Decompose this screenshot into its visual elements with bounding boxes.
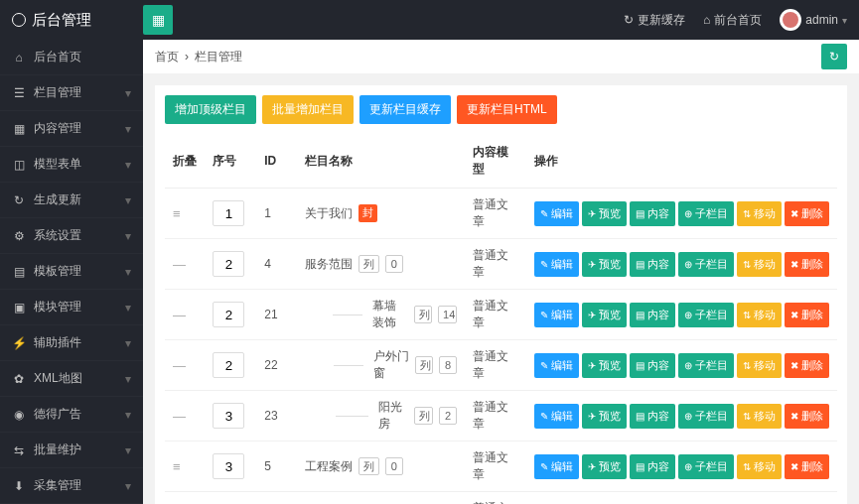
sidebar-item-10[interactable]: ◉德得广告▾ [0, 397, 143, 433]
preview-button[interactable]: ✈预览 [582, 201, 627, 226]
delete-button[interactable]: ✖删除 [785, 201, 829, 226]
sort-input[interactable] [213, 302, 244, 327]
update-html-button[interactable]: 更新栏目HTML [457, 95, 557, 124]
edit-icon: ✎ [540, 461, 548, 472]
edit-button[interactable]: ✎编辑 [534, 404, 579, 429]
sub-button[interactable]: ⊕子栏目 [678, 353, 734, 378]
category-name[interactable]: 户外门窗 [373, 348, 409, 382]
preview-icon: ✈ [588, 360, 596, 371]
fold-toggle[interactable]: — [173, 308, 186, 322]
content-button[interactable]: ▤内容 [630, 353, 675, 378]
category-name[interactable]: 关于我们 [305, 205, 353, 222]
delete-button[interactable]: ✖删除 [785, 252, 829, 277]
preview-button[interactable]: ✈预览 [582, 252, 627, 277]
add-batch-category-button[interactable]: 批量增加栏目 [262, 95, 354, 124]
content-button[interactable]: ▤内容 [630, 252, 675, 277]
block-icon: ▣ [12, 301, 26, 315]
chevron-down-icon: ▾ [125, 122, 131, 136]
breadcrumb-home[interactable]: 首页 [155, 49, 179, 65]
edit-button[interactable]: ✎编辑 [534, 252, 579, 277]
delete-button[interactable]: ✖删除 [785, 454, 829, 479]
sidebar-item-1[interactable]: ☰栏目管理▾ [0, 75, 143, 111]
logo: 后台管理 [12, 11, 143, 30]
tree-line [334, 365, 363, 366]
sub-button[interactable]: ⊕子栏目 [678, 201, 734, 226]
op-cell: ✎编辑✈预览▤内容⊕子栏目⇅移动✖删除 [534, 201, 829, 226]
refresh-button[interactable]: ↻ [821, 44, 847, 69]
sidebar-item-4[interactable]: ↻生成更新▾ [0, 183, 143, 218]
preview-button[interactable]: ✈预览 [582, 353, 627, 378]
move-button[interactable]: ⇅移动 [737, 201, 782, 226]
move-icon: ⇅ [743, 411, 751, 422]
fold-toggle[interactable]: — [173, 257, 186, 272]
category-name[interactable]: 工程案例 [305, 458, 353, 475]
delete-button[interactable]: ✖删除 [785, 404, 829, 429]
content-button[interactable]: ▤内容 [630, 201, 675, 226]
move-icon: ⇅ [743, 360, 751, 371]
user-menu[interactable]: admin ▾ [780, 9, 847, 31]
edit-button[interactable]: ✎编辑 [534, 353, 579, 378]
preview-button[interactable]: ✈预览 [582, 404, 627, 429]
table-row: —4服务范围列0普通文章✎编辑✈预览▤内容⊕子栏目⇅移动✖删除 [165, 239, 837, 290]
sub-button[interactable]: ⊕子栏目 [678, 303, 734, 327]
sort-input[interactable] [213, 251, 244, 277]
sub-button[interactable]: ⊕子栏目 [678, 252, 734, 277]
chevron-down-icon: ▾ [125, 336, 131, 350]
top-bar: 后台管理 ▦ ↻ 更新缓存 ⌂ 前台首页 admin ▾ [0, 0, 859, 40]
sidebar-item-8[interactable]: ⚡辅助插件▾ [0, 325, 143, 361]
content-button[interactable]: ▤内容 [630, 303, 675, 327]
add-top-category-button[interactable]: 增加顶级栏目 [165, 95, 256, 124]
table-row: ≡5工程案例列0普通文章✎编辑✈预览▤内容⊕子栏目⇅移动✖删除 [165, 441, 837, 492]
move-button[interactable]: ⇅移动 [737, 353, 782, 378]
preview-button[interactable]: ✈预览 [582, 303, 627, 327]
sub-button[interactable]: ⊕子栏目 [678, 404, 734, 429]
id-cell: 1 [256, 189, 297, 239]
sidebar-item-label: XML地图 [34, 370, 82, 387]
refresh-cache-link[interactable]: ↻ 更新缓存 [624, 12, 685, 29]
move-button[interactable]: ⇅移动 [737, 252, 782, 277]
edit-button[interactable]: ✎编辑 [534, 201, 579, 226]
tree-line [333, 315, 362, 315]
sidebar-item-0[interactable]: ⌂后台首页 [0, 40, 143, 75]
sidebar-item-12[interactable]: ⬇采集管理▾ [0, 468, 143, 504]
front-home-label: 前台首页 [714, 12, 762, 29]
sort-input[interactable] [213, 200, 244, 226]
content-icon: ▤ [636, 259, 644, 270]
delete-button[interactable]: ✖删除 [785, 353, 829, 378]
preview-button[interactable]: ✈预览 [582, 454, 627, 479]
category-name[interactable]: 幕墙装饰 [372, 298, 408, 331]
chevron-down-icon: ▾ [125, 265, 131, 279]
update-cache-button[interactable]: 更新栏目缓存 [359, 95, 451, 124]
edit-button[interactable]: ✎编辑 [534, 303, 579, 327]
fold-toggle[interactable]: ≡ [173, 206, 181, 221]
name-cell: 阳光房列2 [305, 399, 457, 433]
edit-button[interactable]: ✎编辑 [534, 454, 579, 479]
fold-toggle[interactable]: ≡ [173, 459, 181, 474]
sidebar-item-6[interactable]: ▤模板管理▾ [0, 254, 143, 290]
fold-toggle[interactable]: — [173, 409, 186, 424]
topbar-right: ↻ 更新缓存 ⌂ 前台首页 admin ▾ [624, 9, 847, 31]
category-name[interactable]: 服务范围 [305, 256, 353, 273]
move-button[interactable]: ⇅移动 [737, 454, 782, 479]
sort-input[interactable] [213, 352, 244, 378]
fold-toggle[interactable]: — [173, 358, 186, 373]
delete-button[interactable]: ✖删除 [785, 303, 829, 327]
sort-input[interactable] [213, 403, 244, 429]
sub-button[interactable]: ⊕子栏目 [678, 454, 734, 479]
menu-toggle-button[interactable]: ▦ [143, 5, 173, 35]
front-home-link[interactable]: ⌂ 前台首页 [703, 12, 762, 29]
content-button[interactable]: ▤内容 [630, 404, 675, 429]
category-name[interactable]: 阳光房 [378, 399, 408, 433]
sidebar-item-5[interactable]: ⚙系统设置▾ [0, 218, 143, 254]
sidebar-item-11[interactable]: ⇆批量维护▾ [0, 433, 143, 468]
move-button[interactable]: ⇅移动 [737, 404, 782, 429]
content-button[interactable]: ▤内容 [630, 454, 675, 479]
sidebar-item-3[interactable]: ◫模型表单▾ [0, 147, 143, 183]
sidebar-item-2[interactable]: ▦内容管理▾ [0, 111, 143, 147]
sidebar-item-7[interactable]: ▣模块管理▾ [0, 290, 143, 325]
sort-input[interactable] [213, 453, 244, 479]
move-button[interactable]: ⇅移动 [737, 303, 782, 327]
name-cell: 工程案例列0 [305, 457, 457, 475]
sidebar-item-9[interactable]: ✿XML地图▾ [0, 361, 143, 397]
delete-icon: ✖ [790, 411, 798, 422]
